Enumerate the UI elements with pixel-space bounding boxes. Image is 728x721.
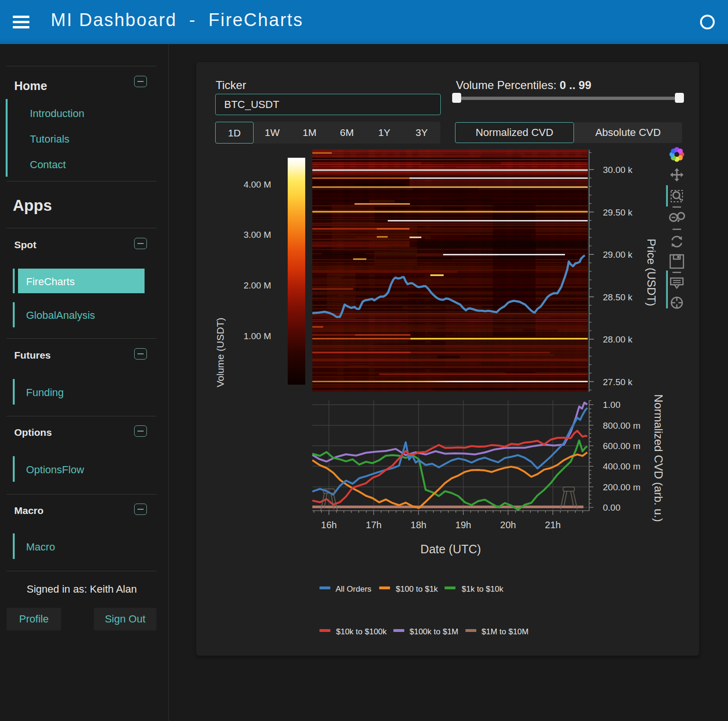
- svg-text:Normalized CVD (arb. u.): Normalized CVD (arb. u.): [652, 394, 665, 522]
- svg-text:29.50 k: 29.50 k: [603, 207, 633, 217]
- svg-text:28.50 k: 28.50 k: [603, 292, 633, 302]
- svg-text:4.00 M: 4.00 M: [244, 180, 271, 189]
- svg-text:800.00 m: 800.00 m: [603, 421, 640, 431]
- svg-text:27.50 k: 27.50 k: [603, 377, 633, 387]
- svg-text:600.00 m: 600.00 m: [603, 441, 640, 451]
- svg-text:29.00 k: 29.00 k: [603, 250, 633, 260]
- svg-text:$10k to $100k: $10k to $100k: [336, 627, 387, 636]
- svg-text:2.00 M: 2.00 M: [244, 280, 271, 290]
- svg-text:$1k to $10k: $1k to $10k: [462, 585, 503, 594]
- svg-text:Date (UTC): Date (UTC): [420, 542, 481, 556]
- svg-text:30.00 k: 30.00 k: [603, 165, 633, 175]
- svg-text:19h: 19h: [455, 520, 471, 530]
- svg-text:400.00 m: 400.00 m: [603, 461, 640, 471]
- svg-text:$100k to $1M: $100k to $1M: [410, 627, 458, 636]
- svg-text:200.00 m: 200.00 m: [603, 482, 640, 492]
- svg-text:18h: 18h: [410, 520, 426, 530]
- svg-text:$1M to $10M: $1M to $10M: [482, 627, 528, 636]
- svg-text:17h: 17h: [366, 520, 382, 530]
- svg-text:Price (USDT): Price (USDT): [645, 239, 658, 306]
- svg-text:16h: 16h: [321, 520, 337, 530]
- svg-text:0.00: 0.00: [603, 503, 620, 513]
- svg-text:3.00 M: 3.00 M: [244, 230, 271, 240]
- svg-text:20h: 20h: [500, 520, 516, 530]
- svg-text:1.00 M: 1.00 M: [244, 331, 271, 341]
- svg-text:All Orders: All Orders: [336, 585, 372, 594]
- svg-text:21h: 21h: [545, 520, 561, 530]
- svg-text:1.00: 1.00: [603, 400, 620, 410]
- svg-text:$100 to $1k: $100 to $1k: [396, 585, 438, 594]
- svg-text:Volume (USDT): Volume (USDT): [215, 317, 226, 387]
- svg-text:28.00 k: 28.00 k: [603, 334, 633, 344]
